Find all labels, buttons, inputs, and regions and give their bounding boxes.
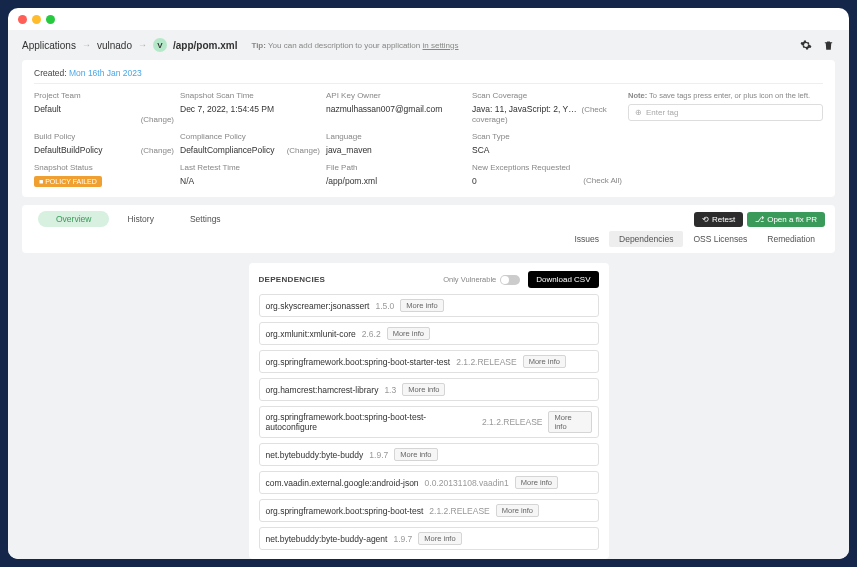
- build-policy-change[interactable]: (Change): [141, 146, 174, 155]
- tab-settings[interactable]: Settings: [172, 211, 239, 227]
- maximize-dot[interactable]: [46, 15, 55, 24]
- dependency-version: 2.1.2.RELEASE: [482, 417, 542, 427]
- created-date: Mon 16th Jan 2023: [69, 68, 142, 78]
- only-vulnerable-label: Only Vulnerable: [443, 275, 496, 284]
- pull-request-icon: ⎇: [755, 215, 764, 224]
- dependency-name: org.skyscreamer:jsonassert: [266, 301, 370, 311]
- breadcrumb-file: /app/pom.xml: [173, 40, 237, 51]
- minimize-dot[interactable]: [32, 15, 41, 24]
- dependency-version: 1.9.7: [369, 450, 388, 460]
- subtab-oss-licenses[interactable]: OSS Licenses: [683, 231, 757, 247]
- subtab-remediation[interactable]: Remediation: [757, 231, 825, 247]
- dependency-item: org.hamcrest:hamcrest-library1.3More inf…: [259, 378, 599, 401]
- scan-coverage-value: Java: 11, JavaScript: 2, Y…: [472, 104, 577, 114]
- policy-failed-badge: ■ POLICY FAILED: [34, 176, 102, 187]
- breadcrumb-project[interactable]: vulnado: [97, 40, 132, 51]
- subtab-dependencies[interactable]: Dependencies: [609, 231, 683, 247]
- refresh-icon: ⟲: [702, 215, 709, 224]
- breadcrumb-applications[interactable]: Applications: [22, 40, 76, 51]
- dependency-item: net.bytebuddy:byte-buddy1.9.7More info: [259, 443, 599, 466]
- new-exceptions-value: 0: [472, 176, 477, 186]
- chevron-right-icon: →: [138, 40, 147, 50]
- snapshot-scan-value: Dec 7, 2022, 1:54:45 PM: [180, 104, 320, 114]
- language-value: java_maven: [326, 145, 466, 155]
- tag-input[interactable]: ⊕Enter tag: [628, 104, 823, 121]
- more-info-button[interactable]: More info: [496, 504, 539, 517]
- dependency-item: com.vaadin.external.google:android-json0…: [259, 471, 599, 494]
- dependency-item: org.springframework.boot:spring-boot-tes…: [259, 499, 599, 522]
- plus-icon[interactable]: ⊕: [635, 108, 642, 117]
- scan-type-value: SCA: [472, 145, 622, 155]
- dependency-version: 0.0.20131108.vaadin1: [425, 478, 509, 488]
- project-team-change[interactable]: (Change): [141, 115, 174, 124]
- dependency-list: org.skyscreamer:jsonassert1.5.0More info…: [259, 294, 599, 551]
- more-info-button[interactable]: More info: [523, 355, 566, 368]
- dependency-item: net.bytebuddy:byte-buddy-agent1.9.7More …: [259, 527, 599, 550]
- dependency-name: org.springframework.boot:spring-boot-sta…: [266, 357, 451, 367]
- tip-text: Tip: You can add description to your app…: [251, 41, 458, 50]
- dependency-name: org.springframework.boot:spring-boot-tes…: [266, 412, 477, 432]
- build-policy-label: Build Policy: [34, 132, 103, 141]
- dependency-name: org.hamcrest:hamcrest-library: [266, 385, 379, 395]
- close-dot[interactable]: [18, 15, 27, 24]
- download-csv-button[interactable]: Download CSV: [528, 271, 598, 288]
- dependency-name: net.bytebuddy:byte-buddy-agent: [266, 534, 388, 544]
- language-label: Language: [326, 132, 466, 141]
- scan-coverage-label: Scan Coverage: [472, 91, 622, 100]
- dependency-version: 1.5.0: [375, 301, 394, 311]
- dependency-item: org.skyscreamer:jsonassert1.5.0More info: [259, 294, 599, 317]
- tab-bar: Overview History Settings ⟲Retest ⎇Open …: [22, 205, 835, 253]
- subtab-issues[interactable]: Issues: [564, 231, 609, 247]
- dependency-name: com.vaadin.external.google:android-json: [266, 478, 419, 488]
- trash-icon[interactable]: [821, 38, 835, 52]
- dependency-item: org.springframework.boot:spring-boot-sta…: [259, 350, 599, 373]
- verified-badge-icon: V: [153, 38, 167, 52]
- dependency-name: net.bytebuddy:byte-buddy: [266, 450, 364, 460]
- api-owner-label: API Key Owner: [326, 91, 466, 100]
- tip-prefix: Tip:: [251, 41, 266, 50]
- last-retest-value: N/A: [180, 176, 320, 186]
- more-info-button[interactable]: More info: [400, 299, 443, 312]
- created-row: Created: Mon 16th Jan 2023: [34, 68, 823, 84]
- compliance-policy-label: Compliance Policy: [180, 132, 275, 141]
- tip-settings-link[interactable]: in settings: [422, 41, 458, 50]
- tab-history[interactable]: History: [109, 211, 171, 227]
- file-path-value: /app/pom.xml: [326, 176, 466, 186]
- api-owner-value: nazmulhassan007@gmail.com: [326, 104, 466, 114]
- dependencies-card: DEPENDENCIES Only Vulnerable Download CS…: [249, 263, 609, 559]
- dependency-version: 1.3: [384, 385, 396, 395]
- content-area: Applications → vulnado → V /app/pom.xml …: [8, 30, 849, 559]
- check-all-link[interactable]: (Check All): [583, 176, 622, 186]
- scan-type-label: Scan Type: [472, 132, 622, 141]
- snapshot-scan-label: Snapshot Scan Time: [180, 91, 320, 100]
- dependency-version: 1.9.7: [393, 534, 412, 544]
- build-policy-value: DefaultBuildPolicy: [34, 145, 103, 155]
- titlebar: [8, 8, 849, 30]
- dependency-name: org.xmlunit:xmlunit-core: [266, 329, 356, 339]
- dependencies-title: DEPENDENCIES: [259, 275, 326, 284]
- more-info-button[interactable]: More info: [418, 532, 461, 545]
- chevron-right-icon: →: [82, 40, 91, 50]
- only-vulnerable-toggle[interactable]: [500, 275, 520, 285]
- more-info-button[interactable]: More info: [402, 383, 445, 396]
- open-fix-pr-button[interactable]: ⎇Open a fix PR: [747, 212, 825, 227]
- gear-icon[interactable]: [799, 38, 813, 52]
- more-info-button[interactable]: More info: [515, 476, 558, 489]
- dependency-item: org.xmlunit:xmlunit-core2.6.2More info: [259, 322, 599, 345]
- tag-placeholder: Enter tag: [646, 108, 678, 117]
- more-info-button[interactable]: More info: [548, 411, 591, 433]
- retest-button[interactable]: ⟲Retest: [694, 212, 743, 227]
- tab-overview[interactable]: Overview: [38, 211, 109, 227]
- compliance-policy-value: DefaultCompliancePolicy: [180, 145, 275, 155]
- more-info-button[interactable]: More info: [387, 327, 430, 340]
- project-team-value: Default: [34, 104, 81, 114]
- new-exceptions-label: New Exceptions Requested: [472, 163, 622, 172]
- tip-body: You can add description to your applicat…: [268, 41, 422, 50]
- tag-note: Note: To save tags press enter, or plus …: [628, 91, 823, 100]
- breadcrumb-bar: Applications → vulnado → V /app/pom.xml …: [22, 30, 835, 60]
- file-path-label: File Path: [326, 163, 466, 172]
- dependency-item: org.springframework.boot:spring-boot-tes…: [259, 406, 599, 438]
- more-info-button[interactable]: More info: [394, 448, 437, 461]
- compliance-policy-change[interactable]: (Change): [287, 146, 320, 155]
- project-team-label: Project Team: [34, 91, 81, 100]
